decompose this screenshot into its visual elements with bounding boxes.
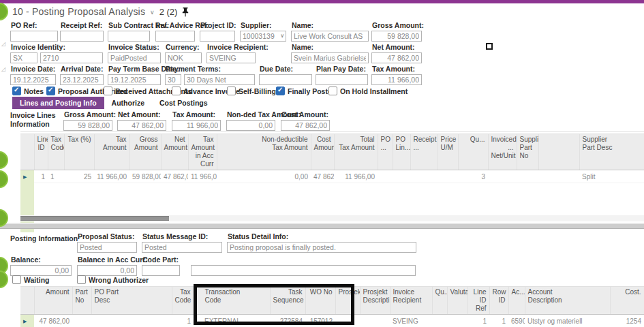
inv-advice-ref-input[interactable]	[155, 31, 195, 42]
cell-invoiced-net-unit[interactable]	[488, 170, 517, 183]
horizontal-scrollbar-thumb[interactable]	[20, 216, 169, 221]
self-billing-checkbox-icon[interactable]	[227, 87, 236, 95]
supplier-name-input[interactable]	[291, 31, 369, 42]
sub-contract-ref-input[interactable]	[108, 31, 150, 42]
on-hold-installment-checkbox-icon[interactable]	[328, 87, 337, 95]
net-amount-input[interactable]	[371, 52, 422, 63]
lines-net-amount-input[interactable]	[117, 120, 166, 131]
tab-lines-and-posting-info[interactable]: Lines and Posting Info	[12, 97, 104, 109]
col-tax-code[interactable]: Tax Code	[172, 287, 194, 315]
invoice-identity-prefix-input[interactable]	[10, 52, 37, 63]
col-line-id[interactable]: Line ID	[34, 134, 48, 170]
col-cost[interactable]: Cost.	[610, 287, 644, 315]
col-gross-amount[interactable]: Gross Amount	[129, 134, 161, 170]
lines-non-ded-tax-amount-input[interactable]	[226, 120, 275, 131]
pane-splitter[interactable]	[0, 223, 644, 229]
col-tax-code[interactable]: Tax Code	[48, 134, 64, 170]
cell-po-line[interactable]	[393, 170, 410, 183]
col-row-id[interactable]: Row ID	[489, 287, 508, 315]
code-part-value-input[interactable]	[191, 265, 416, 276]
col-net-amount[interactable]: Net Amount	[161, 134, 188, 170]
col-valuta[interactable]: Valuta	[447, 287, 467, 315]
cell-line-id[interactable]: 1	[34, 170, 48, 183]
cell-total-tax-amount[interactable]: 11 966,00	[334, 170, 378, 183]
col-total-tax-amount[interactable]: Total Tax Amount	[334, 134, 378, 170]
supplier-input[interactable]	[240, 31, 286, 42]
invoice-line-row[interactable]: 1 1 25 11 966,00 59 828,00 47 862,00 11 …	[20, 170, 644, 183]
tab-cost-postings[interactable]: Cost Postings	[152, 97, 215, 109]
cell-supplier-part-desc[interactable]: Split	[579, 170, 644, 183]
cell-non-deductible-tax[interactable]: 0,00	[217, 170, 311, 183]
plan-pay-date-input[interactable]	[316, 74, 368, 85]
title-chevron-down-icon[interactable]: ∨	[150, 9, 155, 16]
status-detail-info-input[interactable]	[227, 242, 416, 253]
cell-line-id-ref[interactable]: 1	[467, 315, 489, 327]
col-supplier-part-no[interactable]: Supplier Part No	[517, 134, 538, 170]
checkbox-finally-posted[interactable]: Finally Posted	[276, 87, 336, 95]
cell-supplier-part-no[interactable]	[517, 170, 538, 183]
col-tax-amount[interactable]: Tax Amount	[94, 134, 129, 170]
lines-cost-amount-input[interactable]	[281, 120, 330, 131]
code-part-input[interactable]	[142, 265, 180, 276]
cell-po-part-desc[interactable]	[91, 315, 172, 327]
cell-price-um[interactable]	[438, 170, 458, 183]
row-expander-icon[interactable]: ◿	[1, 66, 5, 72]
payment-terms-code-input[interactable]	[165, 74, 181, 85]
recipient-name-input[interactable]	[291, 52, 369, 63]
cell-valuta[interactable]	[447, 315, 467, 327]
finally-posted-checkbox-icon[interactable]	[276, 87, 285, 95]
invoice-date-input[interactable]	[10, 74, 56, 85]
cell-quantity[interactable]: 3	[458, 170, 488, 183]
col-price-um[interactable]: Price U/M	[438, 134, 458, 170]
cell-part-no[interactable]	[72, 315, 91, 327]
col-non-deductible-tax[interactable]: Non-deductible Tax Amount	[217, 134, 311, 170]
project-id-input[interactable]	[200, 31, 235, 42]
col-cost-amount[interactable]: Cost Amount	[311, 134, 334, 170]
receipt-ref-input[interactable]	[60, 31, 104, 42]
cell-account[interactable]: 6590	[508, 315, 525, 327]
col-invoice-recipient[interactable]: Invoice Recipient	[390, 287, 432, 315]
arrival-date-input[interactable]	[60, 74, 104, 85]
col-prosjekt-description[interactable]: Prosjekt Descripti...	[360, 287, 390, 315]
cell-tax-amount[interactable]: 11 966,00	[94, 170, 129, 183]
status-message-id-input[interactable]	[142, 242, 222, 253]
col-quantity[interactable]: Qu...	[432, 287, 447, 315]
waiting-checkbox-icon[interactable]	[12, 275, 21, 284]
invoice-identity-number-input[interactable]	[40, 52, 103, 63]
checkbox-wrong-authorizer[interactable]: Wrong Authorizer	[77, 275, 149, 284]
lines-tax-amount-input[interactable]	[172, 120, 221, 131]
col-quantity[interactable]: Qu...	[458, 134, 488, 170]
wrong-authorizer-checkbox-icon[interactable]	[77, 275, 86, 284]
proposal-status-input[interactable]	[77, 242, 137, 253]
cell-tax-pct[interactable]: 25	[64, 170, 94, 183]
cell-net-amount[interactable]: 47 862,00	[161, 170, 188, 183]
row-marker-icon[interactable]	[20, 170, 34, 183]
balance-in-acc-curr-input[interactable]	[77, 265, 137, 276]
cell-tax-amount-acc-curr[interactable]: 11 966,00	[188, 170, 217, 183]
gross-amount-input[interactable]	[371, 31, 422, 42]
tab-authorize[interactable]: Authorize	[104, 97, 152, 109]
cell-tax-code[interactable]: 1	[48, 170, 64, 183]
currency-input[interactable]	[165, 52, 202, 63]
checkbox-on-hold-installment[interactable]: On Hold Installment	[328, 87, 408, 95]
col-po-line[interactable]: PO Lin...	[393, 134, 410, 170]
cell-quantity[interactable]	[432, 315, 447, 327]
due-date-input[interactable]	[259, 74, 312, 85]
col-account[interactable]: Ac...	[508, 287, 525, 315]
cell-cost-amount[interactable]: 47 862,00	[311, 170, 334, 183]
col-supplier-part-desc[interactable]: Supplier Part Desc	[579, 134, 644, 170]
advance-invoice-checkbox-icon[interactable]	[172, 87, 181, 95]
cell-account-description[interactable]: Utstyr og materiell	[525, 315, 610, 327]
col-amount[interactable]: Amount	[34, 287, 72, 315]
row-marker-icon[interactable]	[20, 315, 34, 327]
payment-terms-desc-input[interactable]	[184, 74, 255, 85]
col-receipt[interactable]: Receipt ...	[410, 134, 438, 170]
col-po[interactable]: PO ...	[378, 134, 393, 170]
balance-input[interactable]	[10, 265, 72, 276]
cell-row-id[interactable]: 1	[489, 315, 508, 327]
col-account-description[interactable]: Account Description	[525, 287, 610, 315]
cell-amount[interactable]: 47 862,00	[34, 315, 72, 327]
col-tax-amount-acc-curr[interactable]: Tax Amount in Acc Curr	[188, 134, 217, 170]
cell-invoice-recipient[interactable]: SVEING	[390, 315, 432, 327]
proposal-authorized-checkbox-icon[interactable]	[46, 87, 55, 95]
